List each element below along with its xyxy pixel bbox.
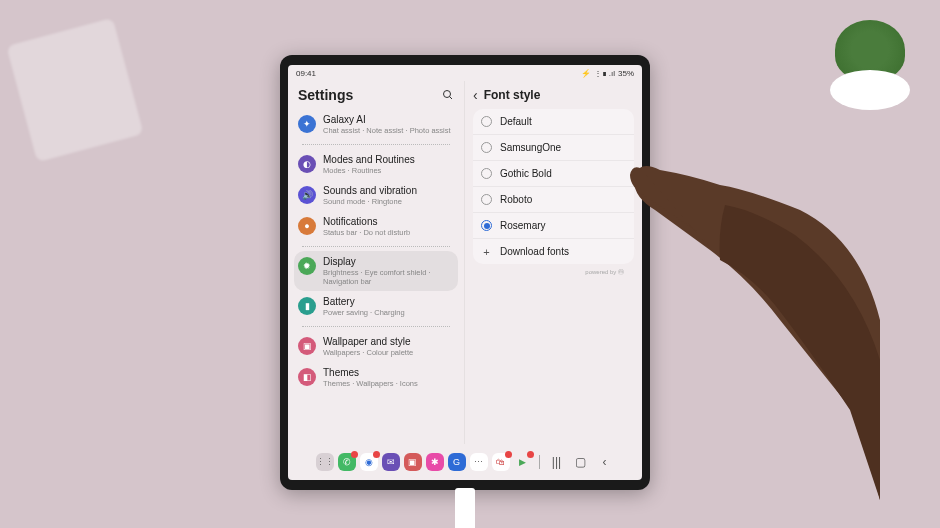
radio-icon <box>481 142 492 153</box>
back-icon[interactable]: ‹ <box>473 87 478 103</box>
font-option-samsungone[interactable]: SamsungOne <box>473 135 634 161</box>
settings-item-galaxy-ai[interactable]: ✦Galaxy AIChat assist · Note assist · Ph… <box>294 109 458 140</box>
settings-pane: Settings ✦Galaxy AIChat assist · Note as… <box>288 81 465 444</box>
tablet-screen: 09:41 ⚡ ⋮∎ .ıl 35% Settings ✦Galaxy AICh… <box>288 65 642 480</box>
setting-icon: ✦ <box>298 115 316 133</box>
font-label: SamsungOne <box>500 142 561 153</box>
dock-app-4[interactable]: ▣ <box>404 453 422 471</box>
font-option-default[interactable]: Default <box>473 109 634 135</box>
svg-line-1 <box>450 97 453 100</box>
radio-icon <box>481 194 492 205</box>
setting-icon: ● <box>298 217 316 235</box>
nav-separator <box>539 455 540 469</box>
setting-sub: Power saving · Charging <box>323 308 454 317</box>
dock-app-8[interactable]: 🛍 <box>492 453 510 471</box>
nav-recent[interactable]: ||| <box>547 455 567 469</box>
setting-sub: Modes · Routines <box>323 166 454 175</box>
setting-label: Sounds and vibration <box>323 185 454 197</box>
settings-title: Settings <box>298 87 353 103</box>
settings-item-modes-and-routines[interactable]: ◐Modes and RoutinesModes · Routines <box>294 149 458 180</box>
badge-icon <box>527 451 534 458</box>
dock-app-9[interactable]: ▶ <box>514 453 532 471</box>
font-option-gothic-bold[interactable]: Gothic Bold <box>473 161 634 187</box>
settings-item-themes[interactable]: ◧ThemesThemes · Wallpapers · Icons <box>294 362 458 393</box>
setting-icon: ▣ <box>298 337 316 355</box>
status-battery: 35% <box>618 69 634 78</box>
badge-icon <box>351 451 358 458</box>
font-option-roboto[interactable]: Roboto <box>473 187 634 213</box>
search-icon[interactable] <box>442 89 454 101</box>
divider <box>302 144 450 145</box>
divider <box>302 326 450 327</box>
settings-item-notifications[interactable]: ●NotificationsStatus bar · Do not distur… <box>294 211 458 242</box>
setting-sub: Status bar · Do not disturb <box>323 228 454 237</box>
settings-item-display[interactable]: ✹DisplayBrightness · Eye comfort shield … <box>294 251 458 291</box>
font-option-rosemary[interactable]: Rosemary <box>473 213 634 239</box>
dock-app-3[interactable]: ✉ <box>382 453 400 471</box>
detail-title: Font style <box>484 88 541 102</box>
nav-home[interactable]: ▢ <box>571 455 591 469</box>
nav-dock: ⋮⋮✆◉✉▣✱G⋯🛍▶|||▢‹ <box>288 444 642 480</box>
download-label: Download fonts <box>500 246 569 257</box>
radio-icon <box>481 168 492 179</box>
setting-icon: ✹ <box>298 257 316 275</box>
badge-icon <box>373 451 380 458</box>
setting-label: Display <box>323 256 454 268</box>
dock-app-2[interactable]: ◉ <box>360 453 378 471</box>
usb-cable <box>455 488 475 528</box>
status-bar: 09:41 ⚡ ⋮∎ .ıl 35% <box>288 65 642 81</box>
setting-label: Battery <box>323 296 454 308</box>
settings-item-sounds-and-vibration[interactable]: 🔊Sounds and vibrationSound mode · Ringto… <box>294 180 458 211</box>
settings-list: ✦Galaxy AIChat assist · Note assist · Ph… <box>288 109 464 444</box>
setting-sub: Sound mode · Ringtone <box>323 197 454 206</box>
divider <box>302 246 450 247</box>
powered-by: powered by ⓜ <box>473 264 634 281</box>
nav-back[interactable]: ‹ <box>595 455 615 469</box>
badge-icon <box>505 451 512 458</box>
status-time: 09:41 <box>296 69 316 78</box>
setting-icon: ▮ <box>298 297 316 315</box>
setting-label: Themes <box>323 367 454 379</box>
dock-app-0[interactable]: ⋮⋮ <box>316 453 334 471</box>
dock-app-5[interactable]: ✱ <box>426 453 444 471</box>
font-label: Default <box>500 116 532 127</box>
setting-sub: Chat assist · Note assist · Photo assist <box>323 126 454 135</box>
desk-plant <box>820 10 920 110</box>
setting-label: Wallpaper and style <box>323 336 454 348</box>
setting-icon: ◧ <box>298 368 316 386</box>
tablet-device: 09:41 ⚡ ⋮∎ .ıl 35% Settings ✦Galaxy AICh… <box>280 55 650 490</box>
desk-prism <box>6 18 143 162</box>
detail-pane: ‹ Font style DefaultSamsungOneGothic Bol… <box>465 81 642 444</box>
font-options-list: DefaultSamsungOneGothic BoldRobotoRosema… <box>473 109 634 264</box>
font-label: Gothic Bold <box>500 168 552 179</box>
status-signal: ⚡ ⋮∎ .ıl <box>581 69 615 78</box>
settings-item-wallpaper-and-style[interactable]: ▣Wallpaper and styleWallpapers · Colour … <box>294 331 458 362</box>
font-label: Rosemary <box>500 220 546 231</box>
radio-icon <box>481 220 492 231</box>
dock-app-7[interactable]: ⋯ <box>470 453 488 471</box>
dock-app-1[interactable]: ✆ <box>338 453 356 471</box>
setting-sub: Themes · Wallpapers · Icons <box>323 379 454 388</box>
svg-point-0 <box>444 91 451 98</box>
setting-icon: ◐ <box>298 155 316 173</box>
setting-label: Notifications <box>323 216 454 228</box>
setting-label: Galaxy AI <box>323 114 454 126</box>
setting-sub: Brightness · Eye comfort shield · Naviga… <box>323 268 454 286</box>
setting-label: Modes and Routines <box>323 154 454 166</box>
setting-sub: Wallpapers · Colour palette <box>323 348 454 357</box>
dock-app-6[interactable]: G <box>448 453 466 471</box>
download-fonts[interactable]: +Download fonts <box>473 239 634 264</box>
setting-icon: 🔊 <box>298 186 316 204</box>
settings-item-battery[interactable]: ▮BatteryPower saving · Charging <box>294 291 458 322</box>
plus-icon: + <box>481 246 492 257</box>
font-label: Roboto <box>500 194 532 205</box>
radio-icon <box>481 116 492 127</box>
